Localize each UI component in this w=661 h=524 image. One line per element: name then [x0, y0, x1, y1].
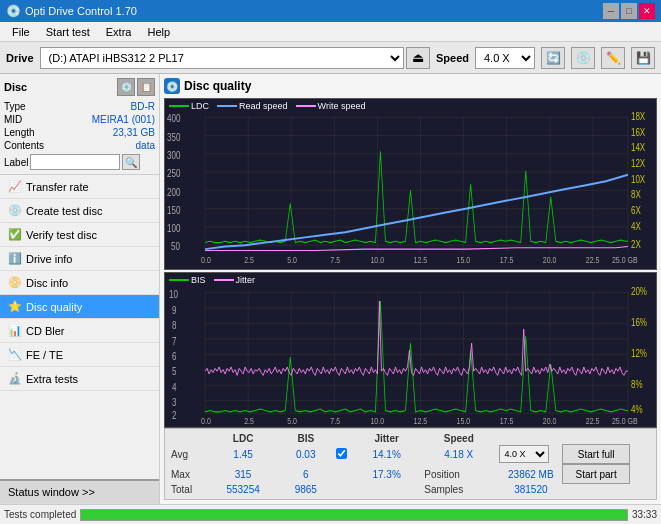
svg-text:15.0: 15.0 — [457, 256, 471, 266]
disc-contents-label: Contents — [4, 140, 44, 151]
menu-start-test[interactable]: Start test — [38, 24, 98, 40]
disc-length-label: Length — [4, 127, 35, 138]
disc-length-value: 23,31 GB — [113, 127, 155, 138]
nav-create-test-disc-label: Create test disc — [26, 205, 102, 217]
samples-value: 381520 — [499, 484, 562, 495]
disc-section-label: Disc — [4, 81, 27, 93]
ldc-header: LDC — [209, 433, 278, 444]
disc-label-input[interactable] — [30, 154, 120, 170]
svg-text:8X: 8X — [631, 189, 641, 200]
disc-mid-label: MID — [4, 114, 22, 125]
speed-display-select[interactable]: 4.0 X — [499, 445, 549, 463]
disc-mid-row: MID MEIRA1 (001) — [4, 113, 155, 126]
nav-extra-tests[interactable]: 🔬 Extra tests — [0, 367, 159, 391]
close-button[interactable]: ✕ — [639, 3, 655, 19]
chart2-container: BIS Jitter — [164, 272, 657, 428]
nav-status-window[interactable]: Status window >> — [0, 479, 159, 504]
legend-write-speed-color — [296, 105, 316, 107]
svg-text:2.5: 2.5 — [244, 256, 254, 266]
disc-label-search-button[interactable]: 🔍 — [122, 154, 140, 170]
svg-text:250: 250 — [167, 168, 180, 179]
svg-text:7.5: 7.5 — [330, 256, 340, 266]
svg-text:100: 100 — [167, 223, 180, 234]
legend-ldc-color — [169, 105, 189, 107]
progress-bar-fill — [81, 510, 627, 520]
drive-bar: Drive (D:) ATAPI iHBS312 2 PL17 ⏏ Speed … — [0, 42, 661, 74]
drive-info-icon: ℹ️ — [8, 252, 22, 265]
disc-label-text: Label — [4, 157, 28, 168]
nav-create-test-disc[interactable]: 💿 Create test disc — [0, 199, 159, 223]
svg-text:10.0: 10.0 — [370, 415, 384, 427]
svg-text:10.0: 10.0 — [370, 256, 384, 266]
menu-extra[interactable]: Extra — [98, 24, 140, 40]
legend-jitter: Jitter — [214, 275, 256, 285]
disc-info-icon: 📀 — [8, 276, 22, 289]
svg-text:9: 9 — [172, 303, 176, 316]
nav-verify-test-disc[interactable]: ✅ Verify test disc — [0, 223, 159, 247]
disc-btn-1[interactable]: 💿 — [117, 78, 135, 96]
jitter-checkbox[interactable] — [336, 448, 347, 459]
nav-fe-te[interactable]: 📉 FE / TE — [0, 343, 159, 367]
svg-text:10: 10 — [169, 288, 178, 301]
cd-bler-icon: 📊 — [8, 324, 22, 337]
stats-avg-row: Avg 1.45 0.03 14.1% 4.18 X — [171, 444, 650, 464]
svg-text:18X: 18X — [631, 111, 645, 122]
legend-ldc: LDC — [169, 101, 209, 111]
disc-btn-2[interactable]: 📋 — [137, 78, 155, 96]
extra-tests-icon: 🔬 — [8, 372, 22, 385]
save-button[interactable]: 💾 — [631, 47, 655, 69]
left-nav: 📈 Transfer rate 💿 Create test disc ✅ Ver… — [0, 175, 159, 504]
menu-help[interactable]: Help — [139, 24, 178, 40]
progress-bar-container — [80, 509, 628, 521]
legend-jitter-color — [214, 279, 234, 281]
panel-icon-symbol: 💿 — [166, 81, 178, 92]
svg-text:12.5: 12.5 — [414, 256, 428, 266]
eject-button[interactable]: ⏏ — [406, 47, 430, 69]
avg-label: Avg — [171, 444, 209, 464]
status-bar: Tests completed 33:33 — [0, 504, 661, 524]
chart2-svg: 10 9 8 7 6 5 4 3 2 20% 16% 12% 8% 4% 0 — [165, 273, 656, 427]
nav-verify-test-disc-label: Verify test disc — [26, 229, 97, 241]
avg-bis: 0.03 — [278, 444, 334, 464]
nav-cd-bler[interactable]: 📊 CD Bler — [0, 319, 159, 343]
nav-disc-quality[interactable]: ⭐ Disc quality — [0, 295, 159, 319]
disc-icon-button[interactable]: 💿 — [571, 47, 595, 69]
svg-text:4X: 4X — [631, 221, 641, 232]
legend-bis-label: BIS — [191, 275, 206, 285]
svg-text:25.0 GB: 25.0 GB — [612, 256, 638, 266]
left-panel: Disc 💿 📋 Type BD-R MID MEIRA1 (001) Leng… — [0, 74, 160, 504]
nav-transfer-rate[interactable]: 📈 Transfer rate — [0, 175, 159, 199]
legend-jitter-label: Jitter — [236, 275, 256, 285]
svg-text:20.0: 20.0 — [543, 256, 557, 266]
status-time: 33:33 — [632, 509, 657, 520]
refresh-button[interactable]: 🔄 — [541, 47, 565, 69]
nav-drive-info[interactable]: ℹ️ Drive info — [0, 247, 159, 271]
max-label: Max — [171, 464, 209, 484]
jitter-checkbox-cell — [334, 444, 349, 464]
nav-transfer-rate-label: Transfer rate — [26, 181, 89, 193]
nav-disc-info[interactable]: 📀 Disc info — [0, 271, 159, 295]
svg-text:6: 6 — [172, 349, 176, 362]
svg-text:12X: 12X — [631, 158, 645, 169]
drive-select[interactable]: (D:) ATAPI iHBS312 2 PL17 — [40, 47, 404, 69]
bis-header: BIS — [278, 433, 334, 444]
maximize-button[interactable]: □ — [621, 3, 637, 19]
chart1-legend: LDC Read speed Write speed — [169, 101, 365, 111]
nav-cd-bler-label: CD Bler — [26, 325, 65, 337]
start-full-button[interactable]: Start full — [562, 444, 630, 464]
minimize-button[interactable]: ─ — [603, 3, 619, 19]
svg-text:22.5: 22.5 — [586, 256, 600, 266]
disc-section: Disc 💿 📋 Type BD-R MID MEIRA1 (001) Leng… — [0, 74, 159, 175]
write-button[interactable]: ✏️ — [601, 47, 625, 69]
speed-header: Speed — [424, 433, 493, 444]
speed-value-cell: 4.18 X — [424, 444, 493, 464]
start-part-button[interactable]: Start part — [562, 464, 630, 484]
svg-text:50: 50 — [171, 241, 180, 252]
disc-label-row: Label 🔍 — [4, 154, 155, 170]
svg-text:12.5: 12.5 — [414, 415, 428, 427]
svg-text:2X: 2X — [631, 239, 641, 250]
menu-file[interactable]: File — [4, 24, 38, 40]
speed-select[interactable]: 4.0 X 2.0 X 8.0 X — [475, 47, 535, 69]
position-label: Position — [424, 464, 493, 484]
stats-table: LDC BIS Jitter Speed Avg 1.45 0.03 — [171, 433, 650, 495]
